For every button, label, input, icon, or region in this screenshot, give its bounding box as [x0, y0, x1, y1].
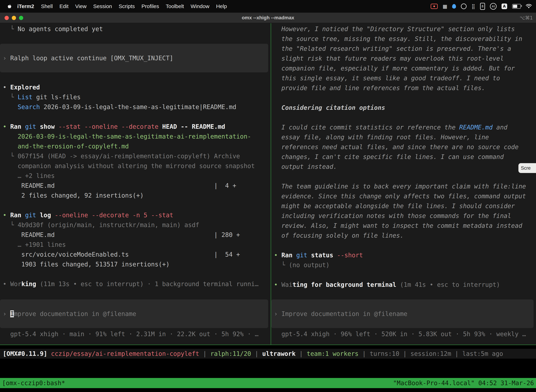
terminal-line: including verification notes with those …	[271, 211, 536, 221]
keyboard-letter: A	[503, 4, 506, 9]
zoom-button[interactable]	[19, 16, 23, 20]
terminal-line: • Waiting for background terminal (1m 41…	[271, 280, 536, 289]
terminal-line: The team guideline is to back every impo…	[271, 182, 536, 191]
terminal-line: companion analysis without altering the …	[0, 161, 271, 171]
left-pre-lines: └ No agents completed yet	[0, 23, 271, 34]
terminal-line: └ No agents completed yet	[0, 24, 271, 34]
iphone-mirroring-icon[interactable]: 8	[480, 3, 485, 10]
menu-item-profiles[interactable]: Profiles	[138, 3, 162, 9]
menu-items: ShellEditViewSessionScriptsProfilesToolb…	[38, 3, 230, 9]
left-prompt-input[interactable]: › Improve documentation in @filename	[0, 299, 268, 328]
gauge-icon[interactable]: .61	[490, 3, 497, 10]
terminal-line: › Improve documentation in @filename	[271, 309, 407, 319]
tmux-pane-divider[interactable]	[271, 23, 271, 345]
close-button[interactable]	[5, 16, 9, 20]
terminal-line: [OMX#0.11.9] cczip/essay/ai-reimplementa…	[0, 349, 536, 359]
droplet-shape	[452, 4, 456, 9]
screen-overlay-label: Scre	[521, 165, 531, 171]
grid-icon[interactable]: ▦	[443, 4, 447, 9]
terminal-line: • Ran git log --oneline --decorate -n 5 …	[0, 210, 271, 220]
terminal-line: the source tree, missing the essay. Stil…	[271, 34, 536, 44]
record-dot-icon	[433, 5, 435, 7]
droplet-icon[interactable]	[452, 4, 456, 9]
right-prompt-input-text: › Improve documentation in @filename	[271, 309, 407, 319]
left-terminal-pane[interactable]: └ No agents completed yet › Ralph loop a…	[0, 23, 271, 345]
terminal-line: src/voice/voiceModeEnabled.ts | 54 +	[0, 250, 271, 259]
terminal-line: and-the-erosion-of-copyleft.md	[0, 141, 271, 151]
menu-bar-status-icons: ▦ ⣿ 8 .61 A	[431, 3, 536, 10]
terminal-line: • Ran git show --stat --oneline --decora…	[0, 122, 271, 131]
terminal-line	[0, 112, 271, 122]
screen-overlay-button[interactable]: Scre	[518, 163, 536, 173]
terminal-line: 2 files changed, 92 insertions(+)	[0, 191, 271, 201]
window-title-bar: omx --xhigh --madmax ⌥⌘1	[0, 13, 536, 23]
right-prompt-input[interactable]: › Improve documentation in @filename	[271, 299, 534, 328]
menu-item-session[interactable]: Session	[90, 3, 115, 9]
ralph-loop-banner-text: › Ralph loop active continue [OMX_TMUX_I…	[0, 53, 173, 63]
ralph-loop-banner: › Ralph loop active continue [OMX_TMUX_I…	[0, 44, 268, 72]
disc-icon[interactable]	[461, 4, 467, 9]
minimize-button[interactable]	[12, 16, 16, 20]
terminal-line	[0, 201, 271, 210]
menu-item-view[interactable]: View	[72, 3, 90, 9]
tmux-session-label: [omx-cczip0:bash*	[2, 379, 65, 387]
menu-item-edit[interactable]: Edit	[56, 3, 72, 9]
tmux-host-clock-label: "MacBook-Pro-44.local" 04:52 31-Mar-26	[393, 379, 534, 387]
terminal-line	[271, 172, 536, 182]
terminal-line: essay file, along with finding root file…	[271, 132, 536, 142]
menu-item-toolbelt[interactable]: Toolbelt	[163, 3, 187, 9]
terminal-line: Search 2026-03-09-is-legal-the-same-as-l…	[0, 102, 271, 112]
traffic-lights	[5, 16, 23, 20]
keyboard-layout-icon[interactable]: A	[502, 4, 507, 9]
battery-icon[interactable]	[512, 4, 521, 9]
gauge-value: .61	[491, 5, 495, 8]
right-terminal-pane[interactable]: However, I noticed the "Directory Struct…	[271, 23, 536, 345]
menu-bar: iTerm2 ShellEditViewSessionScriptsProfil…	[0, 0, 536, 13]
terminal-line: … +2 lines	[0, 171, 271, 181]
terminal-line: README.md | 4 +	[0, 181, 271, 191]
terminal-line: README.md | 280 +	[0, 230, 271, 240]
terminal-line: gpt-5.4 xhigh · main · 91% left · 2.31M …	[0, 329, 271, 339]
terminal-line	[271, 270, 536, 280]
terminal-line: this single essay, it seems like a good …	[271, 73, 536, 83]
terminal-line: › Improve documentation in @filename	[0, 309, 136, 319]
terminal-line	[271, 112, 536, 122]
right-status-line: gpt-5.4 xhigh · 96% left · 520K in · 5.8…	[271, 329, 536, 339]
terminal-line: └ 067f154 (HEAD -> essay/ai-reimplementa…	[0, 151, 271, 161]
apple-icon	[7, 4, 12, 9]
terminal-line: However, I noticed the "Directory Struct…	[271, 24, 536, 34]
terminal-line: 2026-03-09-is-legal-the-same-as-legitima…	[0, 131, 271, 141]
terminal-line: └ List git ls-files	[0, 92, 271, 102]
menu-item-window[interactable]: Window	[187, 3, 213, 9]
screen-recording-indicator-icon[interactable]	[431, 4, 438, 9]
left-status-line: gpt-5.4 xhigh · main · 91% left · 2.31M …	[0, 329, 271, 339]
terminal-line: references need actual files, and since …	[271, 142, 536, 152]
left-terminal-output: • Explored └ List git ls-files Search 20…	[0, 82, 271, 289]
tmux-horizontal-border	[0, 345, 536, 345]
terminal-line: of focusing solely on file lines.	[271, 231, 536, 240]
terminal-line: › Ralph loop active continue [OMX_TMUX_I…	[0, 53, 173, 63]
terminal-line	[271, 240, 536, 250]
terminal-line: Considering citation options	[271, 103, 536, 112]
terminal-line: • Working (11m 13s • esc to interrupt) ·…	[0, 279, 271, 289]
terminal-line: the "Related research writing" section i…	[271, 44, 536, 54]
terminal-line: review. Also, I might want to inspect th…	[271, 221, 536, 231]
window-shortcut-badge: ⌥⌘1	[520, 15, 533, 21]
wifi-icon[interactable]	[526, 4, 532, 9]
dots-grid-icon[interactable]: ⣿	[471, 4, 475, 9]
menu-item-app-name[interactable]: iTerm2	[14, 3, 38, 9]
terminal-line: might be acceptable alongside the file l…	[271, 201, 536, 211]
terminal-line	[271, 93, 536, 103]
terminal-line: • Ran git status --short	[271, 250, 536, 260]
terminal-line: output instead.	[271, 162, 536, 172]
terminal-line: └ 4b9d30f (origin/main, instructkr/main,…	[0, 220, 271, 230]
menu-item-shell[interactable]: Shell	[38, 3, 56, 9]
terminal-line: └ (no output)	[271, 260, 536, 270]
menu-item-help[interactable]: Help	[213, 3, 230, 9]
phone-label: 8	[482, 5, 483, 8]
apple-menu[interactable]	[5, 4, 14, 9]
terminal-line: • Explored	[0, 82, 271, 92]
terminal-line	[0, 269, 271, 279]
left-prompt-input-text: › Improve documentation in @filename	[0, 309, 136, 319]
menu-item-scripts[interactable]: Scripts	[115, 3, 138, 9]
